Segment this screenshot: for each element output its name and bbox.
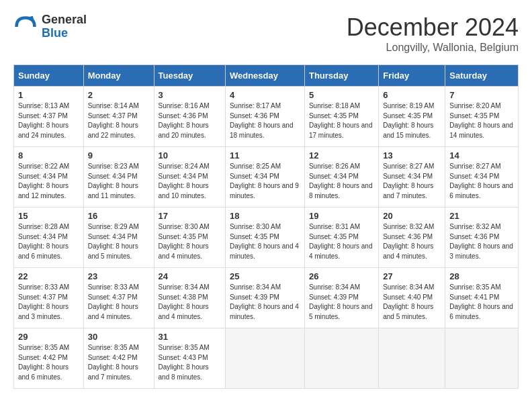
day-number: 19 bbox=[309, 211, 374, 221]
calendar-cell: 27 Sunrise: 8:34 AMSunset: 4:40 PMDaylig… bbox=[379, 268, 445, 328]
calendar-cell bbox=[445, 328, 519, 389]
calendar-cell bbox=[379, 328, 445, 389]
day-detail: Sunrise: 8:35 AMSunset: 4:41 PMDaylight:… bbox=[449, 283, 513, 320]
day-detail: Sunrise: 8:27 AMSunset: 4:34 PMDaylight:… bbox=[383, 163, 434, 199]
calendar-cell: 2 Sunrise: 8:14 AMSunset: 4:37 PMDayligh… bbox=[83, 87, 154, 147]
day-number: 1 bbox=[18, 90, 79, 100]
day-detail: Sunrise: 8:34 AMSunset: 4:40 PMDaylight:… bbox=[383, 283, 434, 320]
calendar-cell: 29 Sunrise: 8:35 AMSunset: 4:42 PMDaylig… bbox=[14, 328, 84, 389]
month-title: December 2024 bbox=[347, 13, 519, 42]
col-thursday: Thursday bbox=[304, 65, 378, 87]
day-detail: Sunrise: 8:33 AMSunset: 4:37 PMDaylight:… bbox=[18, 283, 69, 320]
calendar-cell: 30 Sunrise: 8:35 AMSunset: 4:42 PMDaylig… bbox=[83, 328, 154, 389]
day-detail: Sunrise: 8:14 AMSunset: 4:37 PMDaylight:… bbox=[88, 102, 139, 139]
day-detail: Sunrise: 8:28 AMSunset: 4:34 PMDaylight:… bbox=[18, 223, 69, 260]
day-number: 15 bbox=[18, 211, 79, 221]
day-detail: Sunrise: 8:31 AMSunset: 4:35 PMDaylight:… bbox=[309, 223, 373, 260]
calendar-cell: 8 Sunrise: 8:22 AMSunset: 4:34 PMDayligh… bbox=[14, 147, 84, 208]
day-number: 18 bbox=[230, 211, 300, 221]
day-detail: Sunrise: 8:30 AMSunset: 4:35 PMDaylight:… bbox=[230, 223, 299, 260]
calendar-cell: 25 Sunrise: 8:34 AMSunset: 4:39 PMDaylig… bbox=[225, 268, 304, 328]
logo-blue: Blue bbox=[42, 26, 68, 40]
logo-text: General Blue bbox=[42, 13, 87, 40]
col-friday: Friday bbox=[379, 65, 445, 87]
calendar-cell: 23 Sunrise: 8:33 AMSunset: 4:37 PMDaylig… bbox=[83, 268, 154, 328]
calendar-cell: 6 Sunrise: 8:19 AMSunset: 4:35 PMDayligh… bbox=[379, 87, 445, 147]
calendar-cell: 1 Sunrise: 8:13 AMSunset: 4:37 PMDayligh… bbox=[14, 87, 84, 147]
title-area: December 2024 Longvilly, Wallonia, Belgi… bbox=[347, 13, 519, 54]
day-number: 8 bbox=[18, 150, 79, 161]
day-number: 4 bbox=[230, 90, 300, 100]
day-number: 17 bbox=[159, 211, 221, 221]
day-number: 6 bbox=[383, 90, 441, 100]
calendar-cell: 9 Sunrise: 8:23 AMSunset: 4:34 PMDayligh… bbox=[83, 147, 154, 208]
calendar-week-5: 29 Sunrise: 8:35 AMSunset: 4:42 PMDaylig… bbox=[14, 328, 519, 389]
calendar-cell: 28 Sunrise: 8:35 AMSunset: 4:41 PMDaylig… bbox=[445, 268, 519, 328]
day-number: 30 bbox=[88, 332, 150, 342]
logo-icon bbox=[13, 15, 38, 39]
calendar-cell: 7 Sunrise: 8:20 AMSunset: 4:35 PMDayligh… bbox=[445, 87, 519, 147]
logo-general: General bbox=[42, 13, 87, 26]
day-detail: Sunrise: 8:19 AMSunset: 4:35 PMDaylight:… bbox=[383, 102, 434, 139]
day-detail: Sunrise: 8:34 AMSunset: 4:39 PMDaylight:… bbox=[309, 283, 373, 320]
calendar-cell: 12 Sunrise: 8:26 AMSunset: 4:34 PMDaylig… bbox=[304, 147, 378, 208]
logo: General Blue bbox=[13, 13, 87, 40]
calendar-cell: 14 Sunrise: 8:27 AMSunset: 4:34 PMDaylig… bbox=[445, 147, 519, 208]
calendar-week-1: 1 Sunrise: 8:13 AMSunset: 4:37 PMDayligh… bbox=[14, 87, 519, 147]
day-number: 12 bbox=[309, 150, 374, 161]
day-number: 23 bbox=[88, 271, 150, 281]
calendar-cell: 10 Sunrise: 8:24 AMSunset: 4:34 PMDaylig… bbox=[154, 147, 225, 208]
calendar-cell: 17 Sunrise: 8:30 AMSunset: 4:35 PMDaylig… bbox=[154, 208, 225, 268]
calendar-cell: 31 Sunrise: 8:35 AMSunset: 4:43 PMDaylig… bbox=[154, 328, 225, 389]
day-number: 11 bbox=[230, 150, 300, 161]
day-number: 13 bbox=[383, 150, 441, 161]
day-detail: Sunrise: 8:29 AMSunset: 4:34 PMDaylight:… bbox=[88, 223, 139, 260]
header: General Blue December 2024 Longvilly, Wa… bbox=[13, 13, 519, 54]
day-detail: Sunrise: 8:32 AMSunset: 4:36 PMDaylight:… bbox=[449, 223, 513, 260]
day-detail: Sunrise: 8:27 AMSunset: 4:34 PMDaylight:… bbox=[449, 163, 513, 199]
calendar-cell: 5 Sunrise: 8:18 AMSunset: 4:35 PMDayligh… bbox=[304, 87, 378, 147]
day-number: 29 bbox=[18, 332, 79, 342]
calendar-cell: 11 Sunrise: 8:25 AMSunset: 4:34 PMDaylig… bbox=[225, 147, 304, 208]
calendar-week-2: 8 Sunrise: 8:22 AMSunset: 4:34 PMDayligh… bbox=[14, 147, 519, 208]
day-number: 31 bbox=[159, 332, 221, 342]
day-detail: Sunrise: 8:35 AMSunset: 4:42 PMDaylight:… bbox=[18, 344, 69, 381]
day-number: 20 bbox=[383, 211, 441, 221]
col-monday: Monday bbox=[83, 65, 154, 87]
calendar-cell: 3 Sunrise: 8:16 AMSunset: 4:36 PMDayligh… bbox=[154, 87, 225, 147]
day-detail: Sunrise: 8:35 AMSunset: 4:43 PMDaylight:… bbox=[159, 344, 210, 381]
calendar-cell: 24 Sunrise: 8:34 AMSunset: 4:38 PMDaylig… bbox=[154, 268, 225, 328]
day-detail: Sunrise: 8:20 AMSunset: 4:35 PMDaylight:… bbox=[449, 102, 513, 139]
day-number: 16 bbox=[88, 211, 150, 221]
day-detail: Sunrise: 8:25 AMSunset: 4:34 PMDaylight:… bbox=[230, 163, 299, 199]
col-tuesday: Tuesday bbox=[154, 65, 225, 87]
day-detail: Sunrise: 8:34 AMSunset: 4:38 PMDaylight:… bbox=[159, 283, 210, 320]
calendar-cell: 13 Sunrise: 8:27 AMSunset: 4:34 PMDaylig… bbox=[379, 147, 445, 208]
calendar-cell: 15 Sunrise: 8:28 AMSunset: 4:34 PMDaylig… bbox=[14, 208, 84, 268]
calendar-cell: 19 Sunrise: 8:31 AMSunset: 4:35 PMDaylig… bbox=[304, 208, 378, 268]
calendar-cell: 18 Sunrise: 8:30 AMSunset: 4:35 PMDaylig… bbox=[225, 208, 304, 268]
header-row: Sunday Monday Tuesday Wednesday Thursday… bbox=[14, 65, 519, 87]
location: Longvilly, Wallonia, Belgium bbox=[347, 42, 519, 54]
calendar-cell: 22 Sunrise: 8:33 AMSunset: 4:37 PMDaylig… bbox=[14, 268, 84, 328]
calendar-cell bbox=[304, 328, 378, 389]
day-number: 21 bbox=[449, 211, 514, 221]
day-detail: Sunrise: 8:34 AMSunset: 4:39 PMDaylight:… bbox=[230, 283, 299, 320]
day-number: 9 bbox=[88, 150, 150, 161]
day-number: 10 bbox=[159, 150, 221, 161]
col-wednesday: Wednesday bbox=[225, 65, 304, 87]
day-number: 26 bbox=[309, 271, 374, 281]
calendar-cell: 16 Sunrise: 8:29 AMSunset: 4:34 PMDaylig… bbox=[83, 208, 154, 268]
col-saturday: Saturday bbox=[445, 65, 519, 87]
day-detail: Sunrise: 8:13 AMSunset: 4:37 PMDaylight:… bbox=[18, 102, 69, 139]
day-detail: Sunrise: 8:33 AMSunset: 4:37 PMDaylight:… bbox=[88, 283, 139, 320]
day-number: 24 bbox=[159, 271, 221, 281]
col-sunday: Sunday bbox=[14, 65, 84, 87]
calendar-week-4: 22 Sunrise: 8:33 AMSunset: 4:37 PMDaylig… bbox=[14, 268, 519, 328]
day-number: 3 bbox=[159, 90, 221, 100]
day-number: 2 bbox=[88, 90, 150, 100]
calendar-week-3: 15 Sunrise: 8:28 AMSunset: 4:34 PMDaylig… bbox=[14, 208, 519, 268]
calendar-cell bbox=[225, 328, 304, 389]
day-detail: Sunrise: 8:26 AMSunset: 4:34 PMDaylight:… bbox=[309, 163, 373, 199]
day-detail: Sunrise: 8:22 AMSunset: 4:34 PMDaylight:… bbox=[18, 163, 69, 199]
